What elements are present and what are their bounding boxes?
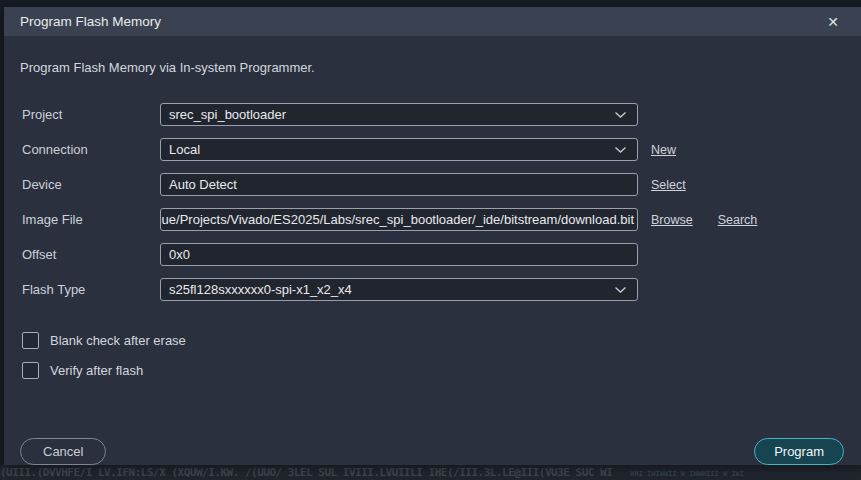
field-row-connection: Connection Local New [4, 138, 861, 161]
program-button[interactable]: Program [754, 438, 844, 465]
connection-label: Connection [22, 138, 88, 161]
device-input[interactable]: Auto Detect [160, 173, 638, 196]
flash-type-combobox[interactable]: s25fl128sxxxxxx0-spi-x1_x2_x4 [160, 278, 638, 301]
background-console-text-right: WHI IWIWWII W IWWHIII W IWI [630, 470, 744, 478]
program-flash-memory-dialog: Program Flash Memory ✕ Program Flash Mem… [4, 7, 861, 465]
project-value: srec_spi_bootloader [169, 107, 286, 122]
field-row-flash-type: Flash Type s25fl128sxxxxxx0-spi-x1_x2_x4 [4, 278, 861, 301]
offset-label: Offset [22, 243, 56, 266]
verify-after-flash-row: Verify after flash [22, 362, 143, 379]
project-combobox[interactable]: srec_spi_bootloader [160, 103, 638, 126]
chevron-down-icon [614, 286, 629, 294]
offset-value: 0x0 [169, 247, 190, 262]
dialog-titlebar: Program Flash Memory ✕ [4, 7, 861, 37]
connection-value: Local [169, 142, 200, 157]
blank-check-label: Blank check after erase [50, 333, 186, 348]
browse-link[interactable]: Browse [651, 213, 693, 227]
select-device-link[interactable]: Select [651, 178, 686, 192]
new-connection-link[interactable]: New [651, 143, 676, 157]
offset-input[interactable]: 0x0 [160, 243, 638, 266]
cancel-button[interactable]: Cancel [20, 438, 106, 465]
blank-check-row: Blank check after erase [22, 332, 186, 349]
field-row-image-file: Image File ogue/Projects/Vivado/ES2025/L… [4, 208, 861, 231]
project-label: Project [22, 103, 62, 126]
search-link[interactable]: Search [718, 213, 758, 227]
field-row-device: Device Auto Detect Select [4, 173, 861, 196]
blank-check-checkbox[interactable] [22, 332, 39, 349]
connection-combobox[interactable]: Local [160, 138, 638, 161]
field-row-project: Project srec_spi_bootloader [4, 103, 861, 126]
device-label: Device [22, 173, 62, 196]
dialog-title: Program Flash Memory [20, 14, 161, 29]
background-console-text: (UIII.(DVVHFE/I LV.IFN:LS/X (XQUW/I.KW. … [0, 465, 861, 480]
flash-type-label: Flash Type [22, 278, 85, 301]
image-file-label: Image File [22, 208, 83, 231]
chevron-down-icon [614, 146, 629, 154]
chevron-down-icon [614, 111, 629, 119]
device-value: Auto Detect [169, 177, 237, 192]
close-icon[interactable]: ✕ [825, 13, 841, 31]
image-file-value: ogue/Projects/Vivado/ES2025/Labs/srec_sp… [160, 212, 634, 227]
verify-after-flash-label: Verify after flash [50, 363, 143, 378]
field-row-offset: Offset 0x0 [4, 243, 861, 266]
image-file-input[interactable]: ogue/Projects/Vivado/ES2025/Labs/srec_sp… [160, 208, 638, 231]
flash-type-value: s25fl128sxxxxxx0-spi-x1_x2_x4 [169, 282, 352, 297]
verify-after-flash-checkbox[interactable] [22, 362, 39, 379]
dialog-subtitle: Program Flash Memory via In-system Progr… [20, 60, 315, 75]
